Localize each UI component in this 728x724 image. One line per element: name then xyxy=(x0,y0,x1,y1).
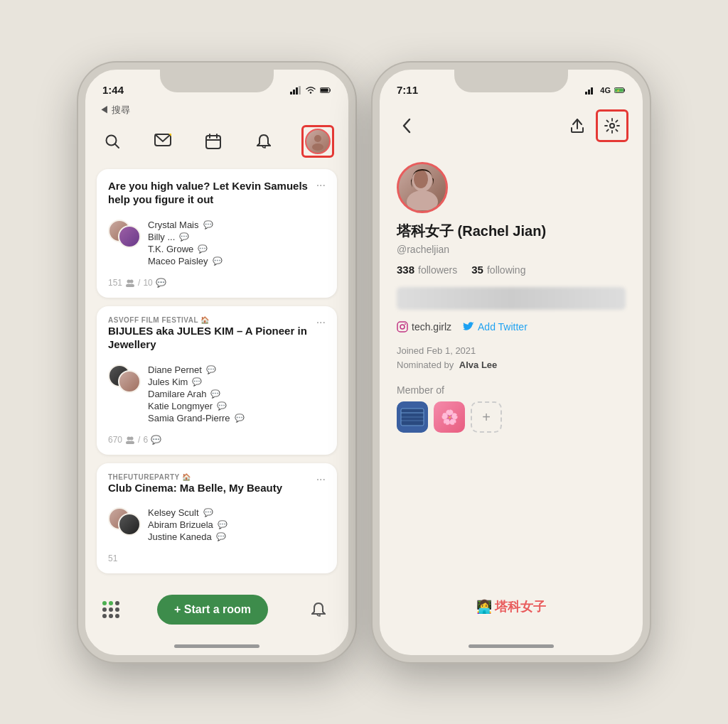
speaker-row: Samia Grand-Pierre 💬 xyxy=(148,413,245,423)
speaker-row: Katie Longmyer 💬 xyxy=(148,401,245,411)
share-button[interactable] xyxy=(564,113,590,139)
room-3-more[interactable]: ··· xyxy=(316,473,326,486)
speaker-name: Damilare Arah xyxy=(148,389,206,399)
room-2-more[interactable]: ··· xyxy=(316,316,326,329)
svg-text:⚡: ⚡ xyxy=(616,89,620,92)
add-twitter-label: Add Twitter xyxy=(478,321,528,333)
speaker-name: T.K. Growe xyxy=(148,244,193,254)
speaker-row: Jules Kim 💬 xyxy=(148,377,245,387)
svg-rect-3 xyxy=(299,86,301,94)
back-button-profile[interactable] xyxy=(394,113,419,139)
svg-rect-26 xyxy=(588,90,590,94)
settings-icon xyxy=(604,118,620,134)
room-card-3[interactable]: THEFUTUREPARTY 🏠 Club Cinema: Ma Belle, … xyxy=(97,463,337,574)
bell-button[interactable] xyxy=(251,129,277,154)
club-avatar-1[interactable] xyxy=(397,401,428,433)
bottom-bar-left: + Start a room xyxy=(85,586,348,639)
member-clubs-list: 🌸 + xyxy=(397,401,626,433)
instagram-link[interactable]: tech.girlz xyxy=(397,321,451,333)
dot xyxy=(115,607,119,612)
profile-name: 塔科女子 (Rachel Jian) xyxy=(397,222,626,241)
room-2-stats: 670 / 6 💬 xyxy=(108,435,326,445)
add-twitter-link[interactable]: Add Twitter xyxy=(463,321,528,333)
people-icon xyxy=(125,436,135,444)
svg-rect-27 xyxy=(591,87,593,94)
svg-point-34 xyxy=(407,190,438,210)
speaker-name: Justine Kaneda xyxy=(148,531,212,542)
room-2-header: ASVOFF FILM FESTIVAL 🏠 BIJULES aka JULES… xyxy=(108,316,326,357)
left-phone: 1:44 xyxy=(78,63,355,662)
calendar-button[interactable] xyxy=(200,129,226,154)
svg-rect-2 xyxy=(296,87,298,94)
room-1-more[interactable]: ··· xyxy=(316,179,326,192)
compose-icon xyxy=(154,134,171,149)
svg-line-8 xyxy=(115,144,119,148)
profile-avatar-wrapper[interactable] xyxy=(301,125,334,158)
settings-button-wrapper[interactable] xyxy=(596,109,628,142)
watermark-emoji: 👩‍💻 xyxy=(476,599,492,615)
status-icons-right: 4G ⚡ xyxy=(585,86,626,94)
svg-rect-6 xyxy=(321,88,328,92)
social-links: tech.girlz Add Twitter xyxy=(397,321,626,333)
wifi-icon xyxy=(305,86,316,94)
battery-icon-right: ⚡ xyxy=(614,86,626,94)
profile-stats: 338 followers 35 following xyxy=(397,264,626,276)
speaker-name: Samia Grand-Pierre xyxy=(148,413,230,423)
rooms-list: Are you high value? Let Kevin Samuels he… xyxy=(85,166,348,586)
notification-bell-button[interactable] xyxy=(306,597,331,622)
join-info: Joined Feb 1, 2021 Nominated by Alva Lee xyxy=(397,344,626,374)
signal-icon-right xyxy=(585,86,596,94)
svg-point-15 xyxy=(314,135,321,142)
separator: / xyxy=(138,435,140,445)
nominated-label: Nominated by xyxy=(397,360,454,370)
svg-point-18 xyxy=(130,279,134,283)
status-icons-left xyxy=(290,86,331,94)
watermark-text: 塔科女子 xyxy=(495,598,546,615)
speaker-row: Maceo Paisley 💬 xyxy=(148,256,223,266)
room-3-stats: 51 xyxy=(108,553,326,563)
speaker-name: Diane Pernet xyxy=(148,364,202,375)
instagram-handle: tech.girlz xyxy=(412,321,451,333)
speaker-row: Crystal Mais 💬 xyxy=(148,220,223,230)
search-button[interactable] xyxy=(100,129,125,154)
phone-notch xyxy=(160,70,274,92)
speaker-row: Abiram Brizuela 💬 xyxy=(148,519,228,530)
start-room-button[interactable]: + Start a room xyxy=(157,595,268,625)
followers-stat: 338 followers xyxy=(397,264,457,276)
bell-bottom-icon xyxy=(311,602,326,617)
speaker-name: Maceo Paisley xyxy=(148,256,208,266)
avatar-silhouette xyxy=(308,131,328,151)
club-add-icon: + xyxy=(482,409,491,426)
settings-button[interactable] xyxy=(599,113,625,139)
dot xyxy=(115,614,119,618)
club-avatar-2[interactable]: 🌸 xyxy=(434,401,465,433)
following-count: 35 xyxy=(471,264,483,276)
speaker-row: T.K. Growe 💬 xyxy=(148,244,223,254)
room-card-1[interactable]: Are you high value? Let Kevin Samuels he… xyxy=(97,169,337,298)
svg-point-37 xyxy=(400,325,405,329)
svg-point-16 xyxy=(312,144,323,151)
room-2-speakers: Diane Pernet 💬 Jules Kim 💬 Damilare Arah… xyxy=(148,364,245,423)
room-3-title: Club Cinema: Ma Belle, My Beauty xyxy=(108,481,316,495)
room-1-comment-count: 10 xyxy=(143,278,152,288)
status-time-left: 1:44 xyxy=(102,84,124,96)
followers-count: 338 xyxy=(397,264,414,276)
twitter-icon xyxy=(463,322,474,332)
nominator-name: Alva Lee xyxy=(459,360,497,370)
room-2-org: ASVOFF FILM FESTIVAL 🏠 xyxy=(108,316,316,324)
network-type: 4G xyxy=(600,86,611,94)
member-of-label: Member of xyxy=(397,384,626,396)
back-search-label[interactable]: ◀ 搜尋 xyxy=(100,104,130,117)
room-1-title: Are you high value? Let Kevin Samuels he… xyxy=(108,179,316,207)
dots-grid-area[interactable] xyxy=(102,601,119,618)
svg-rect-1 xyxy=(293,90,295,94)
profile-avatar-svg xyxy=(400,165,445,210)
room-1-speakers: Crystal Mais 💬 Billy ... 💬 T.K. Growe 💬 xyxy=(148,220,223,266)
compose-button[interactable] xyxy=(150,129,176,154)
speaker-row: Damilare Arah 💬 xyxy=(148,389,245,399)
room-card-2[interactable]: ASVOFF FILM FESTIVAL 🏠 BIJULES aka JULES… xyxy=(97,306,337,455)
calendar-icon xyxy=(205,134,221,149)
svg-point-32 xyxy=(610,124,614,128)
club-add-button[interactable]: + xyxy=(471,401,502,433)
dot xyxy=(109,601,113,605)
